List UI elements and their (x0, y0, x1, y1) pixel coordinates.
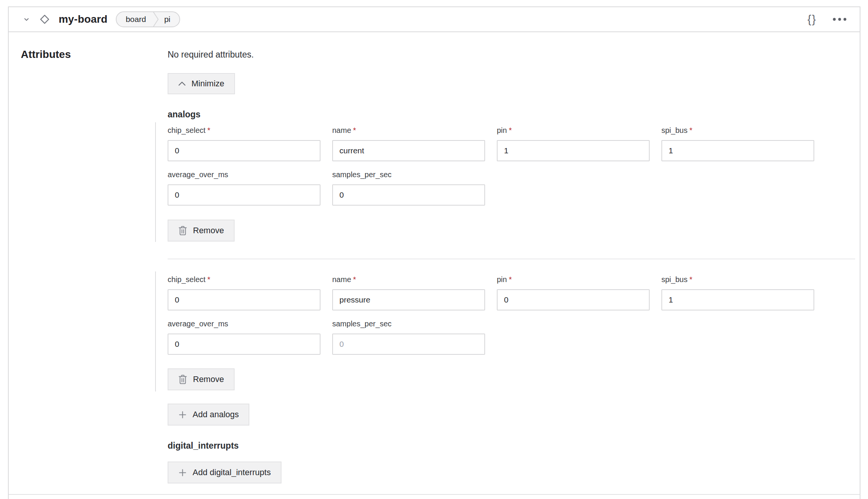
pin-input[interactable] (497, 289, 650, 310)
chevron-down-icon (22, 15, 31, 23)
required-asterisk: * (207, 275, 210, 284)
samples-per-sec-input[interactable] (332, 334, 485, 355)
spi-bus-input[interactable] (661, 140, 814, 161)
chip-select-label: chip_select (168, 126, 205, 134)
remove-analog-button[interactable]: Remove (168, 220, 235, 242)
required-asterisk: * (353, 126, 356, 134)
ellipsis-icon (832, 17, 847, 21)
minimize-button[interactable]: Minimize (168, 73, 235, 94)
required-asterisk: * (207, 126, 210, 134)
json-mode-toggle-button[interactable]: {} (806, 12, 818, 27)
add-analogs-label: Add analogs (193, 410, 239, 419)
spi-bus-label: spi_bus (661, 275, 688, 284)
model-badge: board pi (116, 11, 180, 27)
analog-items-divider (168, 259, 855, 259)
field-average-over-ms: average_over_ms (168, 171, 320, 206)
attributes-content-column: No required attributes. Minimize analogs… (168, 32, 855, 483)
board-component-icon (38, 13, 51, 26)
component-title: my-board (59, 13, 107, 25)
analog-item-2: chip_select* name* pin* (155, 271, 855, 391)
field-chip-select: chip_select* (168, 276, 320, 310)
chip-select-input[interactable] (168, 140, 320, 161)
trash-icon (178, 374, 187, 384)
required-asterisk: * (689, 126, 692, 134)
field-chip-select: chip_select* (168, 126, 320, 161)
pin-label: pin (497, 126, 507, 134)
component-card: my-board board pi {} (8, 6, 860, 499)
field-spi-bus: spi_bus* (661, 126, 814, 161)
field-pin: pin* (497, 126, 650, 161)
badge-chevron-icon (153, 12, 159, 27)
card-body: Attributes No required attributes. Minim… (9, 32, 860, 483)
analogs-heading: analogs (168, 109, 855, 120)
remove-button-label: Remove (193, 226, 224, 235)
field-samples-per-sec: samples_per_sec (332, 171, 485, 206)
plus-icon (178, 410, 187, 419)
more-menu-button[interactable] (831, 16, 848, 23)
field-name: name* (332, 126, 485, 161)
required-asterisk: * (689, 275, 692, 284)
attributes-heading: Attributes (21, 48, 168, 61)
average-over-ms-input[interactable] (168, 184, 320, 206)
braces-icon: {} (807, 14, 817, 25)
average-over-ms-label: average_over_ms (168, 171, 320, 179)
required-asterisk: * (509, 275, 512, 284)
average-over-ms-label: average_over_ms (168, 320, 320, 328)
add-analogs-button[interactable]: Add analogs (168, 404, 249, 426)
chip-select-label: chip_select (168, 275, 205, 284)
name-input[interactable] (332, 140, 485, 161)
pin-input[interactable] (497, 140, 650, 161)
average-over-ms-input[interactable] (168, 334, 320, 355)
card-header: my-board board pi {} (9, 7, 860, 32)
field-average-over-ms: average_over_ms (168, 320, 320, 355)
remove-analog-button[interactable]: Remove (168, 368, 235, 390)
attributes-label-column: Attributes (9, 32, 168, 483)
samples-per-sec-label: samples_per_sec (332, 320, 485, 328)
trash-icon (178, 226, 187, 235)
model-badge-type: board (117, 12, 153, 27)
name-label: name (332, 275, 351, 284)
minimize-button-label: Minimize (191, 80, 224, 88)
spi-bus-input[interactable] (661, 289, 814, 310)
required-asterisk: * (509, 126, 512, 134)
name-label: name (332, 126, 351, 134)
field-spi-bus: spi_bus* (661, 276, 814, 310)
section-divider (9, 494, 860, 495)
analog-item-1: chip_select* name* pin* (155, 122, 855, 242)
required-asterisk: * (353, 275, 356, 284)
spi-bus-label: spi_bus (661, 126, 688, 134)
collapse-toggle-button[interactable] (21, 14, 32, 25)
add-digital-interrupts-label: Add digital_interrupts (193, 468, 271, 477)
samples-per-sec-input[interactable] (332, 184, 485, 206)
plus-icon (178, 468, 187, 477)
no-required-attributes-note: No required attributes. (168, 50, 855, 60)
field-pin: pin* (497, 276, 650, 310)
digital-interrupts-heading: digital_interrupts (168, 441, 855, 451)
add-digital-interrupts-button[interactable]: Add digital_interrupts (168, 462, 282, 483)
chevron-up-icon (178, 81, 186, 86)
chip-select-input[interactable] (168, 289, 320, 310)
field-samples-per-sec: samples_per_sec (332, 320, 485, 355)
field-name: name* (332, 276, 485, 310)
samples-per-sec-label: samples_per_sec (332, 171, 485, 179)
model-badge-model: pi (159, 12, 179, 27)
remove-button-label: Remove (193, 375, 224, 384)
name-input[interactable] (332, 289, 485, 310)
pin-label: pin (497, 275, 507, 284)
